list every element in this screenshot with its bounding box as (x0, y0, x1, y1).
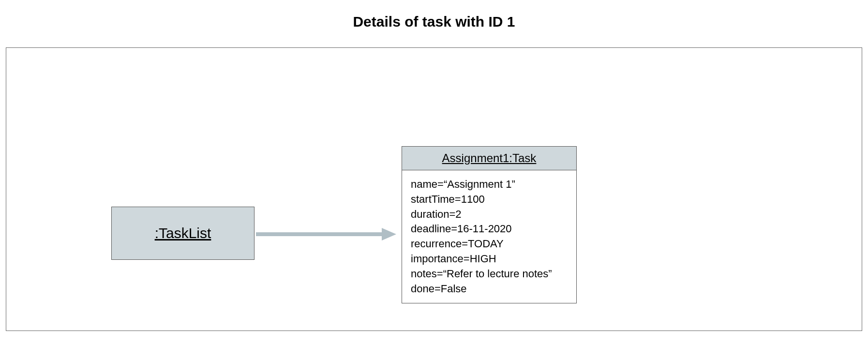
task-object-header: Assignment1:Task (402, 147, 576, 170)
tasklist-object-box: :TaskList (111, 207, 254, 260)
svg-marker-1 (382, 228, 396, 241)
task-attr-notes: notes=“Refer to lecture notes” (411, 267, 568, 282)
task-attr-deadline: deadline=16-11-2020 (411, 222, 568, 237)
task-attr-recurrence: recurrence=TODAY (411, 237, 568, 252)
task-attr-done: done=False (411, 282, 568, 297)
diagram-title: Details of task with ID 1 (0, 14, 868, 30)
task-object-header-label: Assignment1:Task (442, 151, 537, 165)
association-arrow (256, 227, 397, 241)
task-attr-name: name=“Assignment 1” (411, 177, 568, 192)
task-object-box: Assignment1:Task name=“Assignment 1” sta… (402, 146, 577, 303)
task-attr-duration: duration=2 (411, 207, 568, 222)
tasklist-label: :TaskList (155, 225, 211, 241)
diagram-container: :TaskList Assignment1:Task name=“Assignm… (6, 47, 862, 331)
task-attr-importance: importance=HIGH (411, 252, 568, 267)
task-attr-starttime: startTime=1100 (411, 192, 568, 207)
task-object-body: name=“Assignment 1” startTime=1100 durat… (402, 170, 576, 303)
